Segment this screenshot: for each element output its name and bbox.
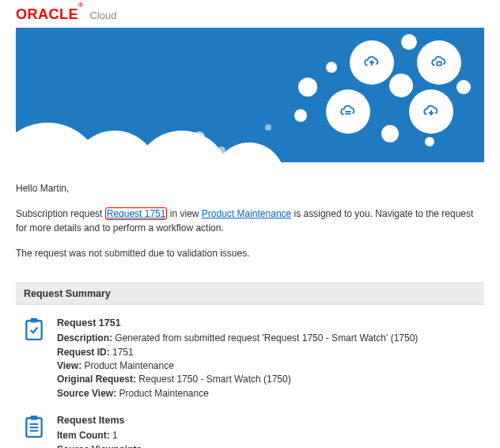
intro-prefix: Subscription request (16, 208, 105, 219)
item-count-row: Item Count: 1 (57, 429, 142, 442)
cloud-dot (218, 146, 225, 154)
registered-mark: ® (78, 2, 83, 9)
dot-icon (425, 137, 434, 146)
dot-icon (381, 125, 399, 142)
dot-icon (326, 62, 337, 73)
product-label: Cloud (89, 9, 116, 21)
dot-icon (389, 74, 413, 97)
source-view-label: Source View: (57, 388, 116, 399)
oracle-logo-text: ORACLE (16, 6, 78, 22)
dot-icon (401, 34, 417, 50)
item-count-label: Item Count: (57, 430, 110, 441)
svg-rect-6 (31, 416, 38, 420)
brand-header: ORACLE® Cloud (0, 0, 500, 28)
view-link[interactable]: Product Maintenance (202, 208, 291, 219)
intro-mid1: in view (167, 208, 201, 219)
description-label: Description: (57, 332, 112, 344)
description-value: Generated from submitted request 'Reques… (112, 332, 418, 344)
cloud-upload-icon (350, 40, 394, 85)
cloud-blob (134, 131, 229, 162)
clipboard-list-icon (24, 413, 46, 448)
request-items-block: Request Items Item Count: 1 Source Viewp… (24, 413, 484, 448)
message-body: Hello Martin, Subscription request Reque… (0, 162, 500, 279)
original-request-label: Original Request: (57, 374, 136, 385)
original-request-value: Request 1750 - Smart Watch (1750) (136, 374, 291, 385)
clipboard-check-icon (24, 316, 46, 401)
source-view-row: Source View: Product Maintenance (57, 387, 418, 401)
item-count-value: 1 (110, 430, 118, 441)
svg-rect-4 (31, 318, 38, 322)
request-id-row: Request ID: 1751 (57, 346, 418, 359)
view-label: View: (57, 360, 81, 371)
greeting-text: Hello Martin, (16, 181, 484, 196)
cloud-data-icon (417, 40, 461, 85)
view-value: Product Maintenance (81, 360, 174, 371)
oracle-logo: ORACLE® (16, 6, 83, 23)
source-viewpoints-label: Source Viewpoints (57, 443, 142, 448)
request-link[interactable]: Request 1751 (105, 207, 168, 220)
cloud-sync-icon (326, 89, 370, 134)
dot-icon (456, 80, 471, 94)
source-view-value: Product Maintenance (116, 388, 209, 399)
svg-rect-0 (437, 62, 441, 66)
request-id-value: 1751 (110, 347, 134, 358)
request-summary-body: Request 1751 Description: Generated from… (0, 305, 500, 448)
request-title: Request 1751 (57, 316, 418, 330)
validation-message: The request was not submitted due to val… (16, 246, 484, 260)
dot-icon (298, 78, 317, 97)
request-view-row: View: Product Maintenance (57, 359, 418, 373)
dot-icon (294, 109, 307, 122)
hero-banner (16, 28, 484, 162)
request-details: Request 1751 Description: Generated from… (57, 316, 418, 401)
intro-paragraph: Subscription request Request 1751 in vie… (16, 207, 484, 235)
cloud-cluster (286, 34, 476, 161)
request-items-details: Request Items Item Count: 1 Source Viewp… (57, 413, 142, 448)
cloud-dot (194, 131, 205, 142)
svg-rect-3 (26, 321, 41, 340)
request-items-title: Request Items (57, 413, 142, 427)
original-request-row: Original Request: Request 1750 - Smart W… (57, 373, 418, 386)
request-id-label: Request ID: (57, 347, 110, 358)
cloud-dot (265, 124, 271, 131)
cloud-download-icon (409, 89, 453, 134)
request-block: Request 1751 Description: Generated from… (24, 316, 484, 401)
source-viewpoints: Source Viewpoints Corporate GL (57, 443, 142, 448)
request-summary-header: Request Summary (16, 283, 484, 305)
request-description-row: Description: Generated from submitted re… (57, 332, 418, 345)
